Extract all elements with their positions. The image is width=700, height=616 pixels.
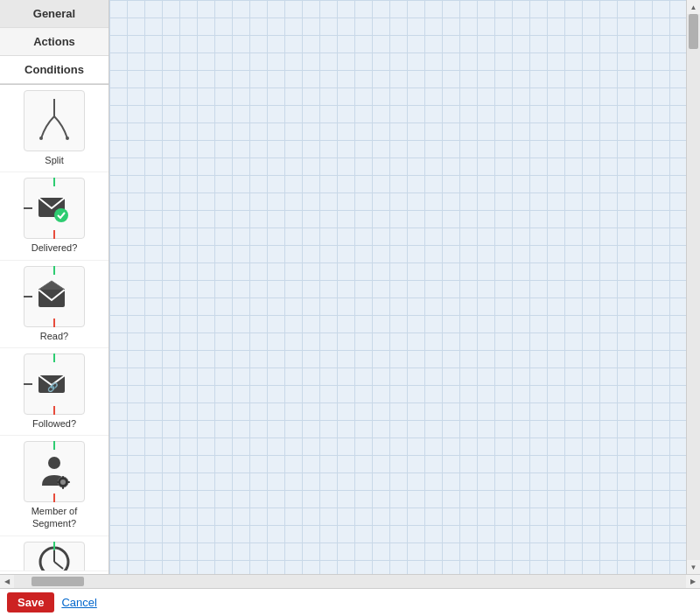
scroll-thumb-right[interactable] [689, 14, 698, 49]
connector-left [24, 207, 32, 209]
list-item-delivered[interactable]: Delivered? [0, 172, 108, 260]
scroll-track-bottom[interactable] [14, 575, 686, 588]
followed-icon: 🔗 [35, 365, 74, 403]
svg-rect-14 [67, 481, 70, 483]
connector-bottom-red-read [53, 318, 55, 327]
connector-bottom-red [53, 230, 55, 239]
connector-left-followed [24, 383, 32, 385]
split-label: Split [45, 154, 63, 166]
main-container: General Actions Conditions [0, 0, 700, 616]
list-item-split[interactable]: Split [0, 85, 108, 172]
followed-label: Followed? [32, 417, 76, 430]
canvas-grid [109, 0, 686, 574]
read-label: Read? [40, 330, 68, 342]
list-item-followed[interactable]: 🔗 Followed? [0, 348, 108, 436]
connector-bottom-red-followed [53, 406, 55, 415]
svg-line-17 [54, 562, 63, 569]
svg-point-10 [60, 480, 66, 485]
delivered-icon-wrap [24, 178, 85, 239]
delivered-icon [35, 189, 74, 228]
tab-conditions[interactable]: Conditions [0, 56, 108, 84]
partial-icon-wrap [24, 542, 85, 571]
read-icon-wrap [24, 266, 85, 327]
svg-point-2 [66, 136, 69, 140]
delivered-label: Delivered? [32, 242, 78, 254]
connector-top-green-member [53, 441, 55, 450]
member-of-segment-icon-wrap [24, 441, 85, 502]
bottom-bar: Save Cancel [0, 588, 700, 616]
svg-rect-12 [62, 486, 64, 489]
scroll-track-right[interactable] [687, 14, 700, 560]
tab-general[interactable]: General [0, 0, 108, 28]
canvas-area[interactable] [109, 0, 686, 574]
svg-point-8 [48, 457, 60, 469]
connector-top-green [53, 178, 55, 186]
connector-top-green-read [53, 266, 55, 275]
scroll-left-arrow[interactable]: ◀ [0, 575, 14, 589]
svg-rect-13 [57, 481, 60, 483]
member-of-segment-label: Member of Segment? [32, 505, 78, 530]
top-area: General Actions Conditions [0, 0, 700, 574]
list-item-partial[interactable] [0, 536, 108, 571]
list-item-member-of-segment[interactable]: Member of Segment? [0, 436, 108, 536]
connector-left-read [24, 296, 32, 298]
connector-top-green-partial [53, 542, 55, 550]
connector-top-green-followed [53, 354, 55, 362]
member-of-segment-icon [35, 452, 74, 491]
bottom-scrollbar: ◀ ▶ [0, 574, 700, 588]
svg-point-1 [39, 136, 43, 140]
tab-actions[interactable]: Actions [0, 28, 108, 56]
sidebar: General Actions Conditions [0, 0, 109, 574]
tab-buttons: General Actions Conditions [0, 0, 108, 85]
scroll-thumb-bottom[interactable] [32, 577, 84, 586]
cancel-button[interactable]: Cancel [61, 596, 96, 609]
split-icon-wrap [24, 90, 85, 151]
svg-point-4 [54, 208, 68, 222]
svg-rect-11 [62, 476, 64, 479]
items-panel[interactable]: Split [0, 85, 108, 574]
scroll-up-arrow[interactable]: ▲ [687, 0, 701, 14]
connector-bottom-red-member [53, 494, 55, 502]
scroll-right-arrow[interactable]: ▶ [686, 575, 700, 589]
save-button[interactable]: Save [7, 592, 54, 612]
right-scrollbar: ▲ ▼ [686, 0, 700, 574]
read-icon [35, 277, 74, 316]
followed-icon-wrap: 🔗 [24, 354, 85, 415]
split-icon [32, 99, 76, 143]
list-item-read[interactable]: Read? [0, 261, 108, 348]
svg-text:🔗: 🔗 [47, 382, 59, 393]
scroll-down-arrow[interactable]: ▼ [687, 560, 701, 574]
